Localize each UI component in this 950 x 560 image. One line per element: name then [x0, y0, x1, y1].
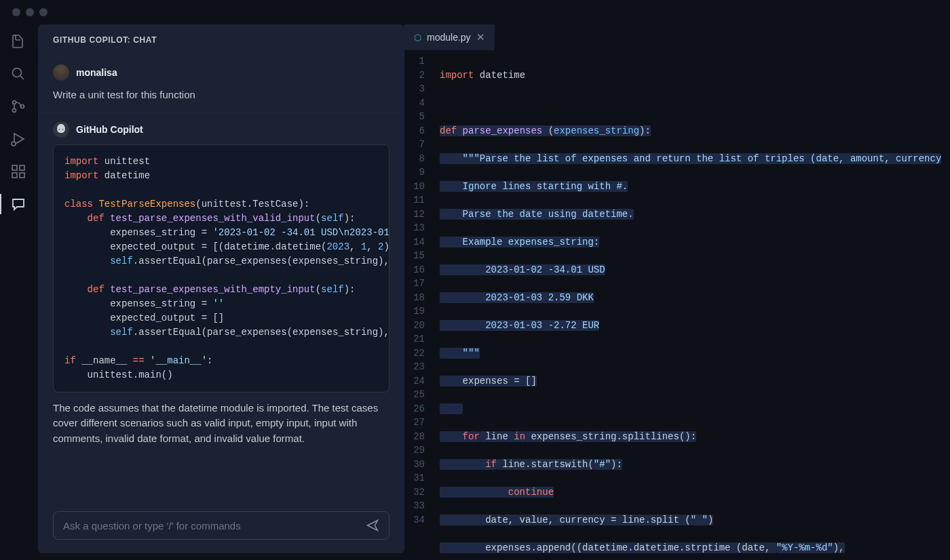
search-icon[interactable]	[10, 65, 27, 83]
tab-bar: ⬡ module.py ✕	[404, 24, 950, 50]
copilot-code-block[interactable]: import unittest import datetime class Te…	[53, 144, 390, 393]
user-name: monalisa	[76, 67, 117, 78]
copilot-icon	[53, 121, 69, 138]
title-bar	[0, 0, 950, 24]
window-close-icon[interactable]	[12, 8, 20, 16]
run-debug-icon[interactable]	[10, 130, 27, 148]
close-icon[interactable]: ✕	[476, 31, 485, 43]
avatar	[53, 64, 69, 81]
chat-icon[interactable]	[10, 195, 27, 213]
window-minimize-icon[interactable]	[26, 8, 34, 16]
line-gutter: 1234567891011121314151617181920212223242…	[404, 54, 440, 560]
chat-input[interactable]	[53, 511, 390, 540]
tab-module-py[interactable]: ⬡ module.py ✕	[404, 24, 495, 50]
code-content[interactable]: import datetime def parse_expenses (expe…	[440, 54, 950, 560]
svg-point-6	[12, 142, 16, 146]
copilot-message: GitHub Copilot import unittest import da…	[38, 113, 404, 456]
svg-point-3	[13, 109, 16, 113]
user-prompt: Write a unit test for this function	[53, 87, 390, 103]
svg-rect-7	[12, 165, 17, 170]
source-control-icon[interactable]	[10, 98, 27, 115]
window-maximize-icon[interactable]	[39, 8, 48, 16]
svg-rect-9	[20, 173, 24, 178]
svg-rect-10	[20, 165, 24, 170]
svg-point-2	[13, 101, 16, 104]
explorer-icon[interactable]	[10, 33, 27, 50]
chat-header: GITHUB COPILOT: CHAT	[38, 24, 404, 56]
python-file-icon: ⬡	[414, 33, 421, 43]
activity-bar	[0, 24, 37, 560]
chat-input-field[interactable]	[63, 520, 366, 532]
user-message: monalisa Write a unit test for this func…	[38, 56, 404, 113]
svg-line-1	[20, 76, 24, 79]
extensions-icon[interactable]	[10, 163, 27, 180]
svg-rect-8	[12, 173, 17, 178]
code-editor[interactable]: 1234567891011121314151617181920212223242…	[404, 50, 950, 560]
copilot-explanation: The code assumes that the datetime modul…	[53, 401, 390, 447]
editor-area: ⬡ module.py ✕ 12345678910111213141516171…	[404, 24, 950, 560]
chat-panel: GITHUB COPILOT: CHAT monalisa Write a un…	[38, 24, 404, 553]
tab-label: module.py	[427, 32, 471, 43]
copilot-name: GitHub Copilot	[76, 124, 143, 135]
send-icon[interactable]	[366, 519, 379, 532]
svg-point-0	[13, 68, 22, 77]
chat-body: monalisa Write a unit test for this func…	[38, 56, 404, 503]
